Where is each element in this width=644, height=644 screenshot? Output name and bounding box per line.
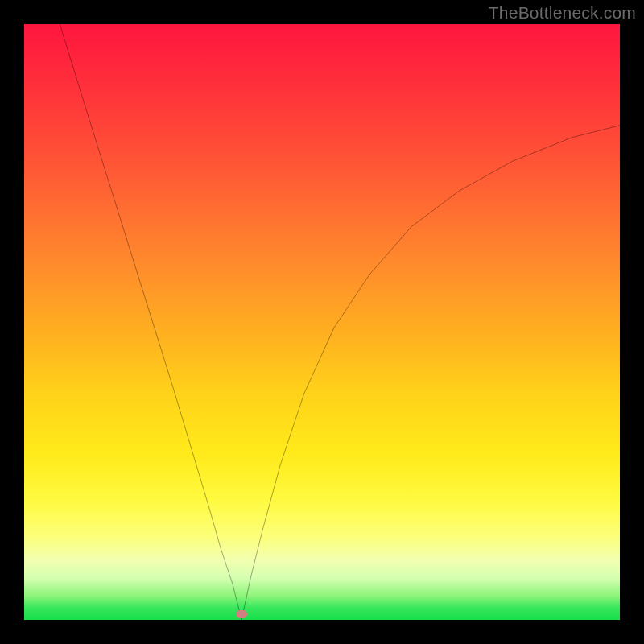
bottleneck-curve <box>24 24 620 620</box>
chart-area <box>24 24 620 620</box>
watermark-text: TheBottleneck.com <box>489 3 636 23</box>
optimal-point-marker <box>236 610 247 618</box>
